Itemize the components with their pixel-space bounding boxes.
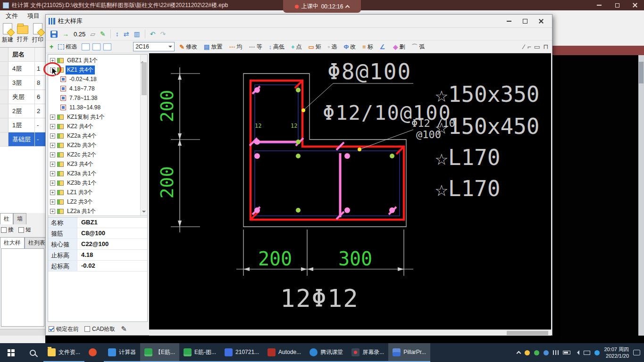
tool-place[interactable]: ▤放置 bbox=[202, 42, 224, 52]
start-button[interactable] bbox=[0, 343, 22, 362]
new-file-button[interactable]: 新建 bbox=[0, 21, 15, 46]
open-file-button[interactable]: 打开 bbox=[15, 21, 30, 46]
tool-point[interactable]: +点 bbox=[289, 42, 304, 52]
tab-column-detail[interactable]: 柱大样 bbox=[0, 237, 25, 248]
scale-value[interactable]: 0.25 bbox=[74, 31, 85, 38]
property-row[interactable]: 止标高4.18 bbox=[48, 250, 147, 261]
expand-toggle-icon[interactable]: + bbox=[50, 181, 55, 186]
left-scroll-strip[interactable] bbox=[0, 329, 45, 336]
tree-item[interactable]: 4.18~7.78 bbox=[48, 84, 147, 93]
expand-toggle-icon[interactable]: + bbox=[50, 171, 55, 176]
tool-height[interactable]: ↕高低 bbox=[267, 42, 286, 52]
expand-toggle-icon[interactable]: + bbox=[50, 209, 55, 214]
scrollbar-thumb[interactable] bbox=[507, 331, 548, 335]
expand-toggle-icon[interactable]: + bbox=[50, 190, 55, 195]
select-mode-icon[interactable] bbox=[82, 43, 90, 50]
tool-rect[interactable]: ▭矩 bbox=[306, 42, 323, 52]
minimize-button[interactable] bbox=[590, 0, 608, 10]
expand-toggle-icon[interactable]: + bbox=[50, 152, 55, 157]
scrollbar-thumb[interactable] bbox=[142, 62, 147, 95]
swap-icon[interactable]: ⇄ bbox=[124, 31, 129, 37]
tree-item[interactable]: +KZ3 共4个 bbox=[48, 159, 147, 169]
tree-item[interactable]: 7.78~11.38 bbox=[48, 93, 147, 103]
property-row[interactable]: 起标高-0.02 bbox=[48, 261, 147, 272]
redo-icon[interactable]: ↷ bbox=[160, 31, 166, 37]
brush-icon[interactable]: ✎ bbox=[100, 31, 106, 37]
tree-item[interactable]: +KZ3b 共1个 bbox=[48, 178, 147, 188]
tool-select[interactable]: ▫选 bbox=[326, 42, 339, 52]
expand-toggle-icon[interactable]: + bbox=[50, 199, 55, 205]
scroll-down-icon[interactable] bbox=[142, 211, 146, 214]
cad-canvas[interactable]: Φ8@100 Φ12/10@100 Φ12 /10 @100 ☆150x350 … bbox=[149, 53, 551, 329]
dialog-maximize-button[interactable] bbox=[517, 16, 533, 27]
scrollbar-thumb[interactable] bbox=[639, 62, 644, 83]
dialog-titlebar[interactable]: 柱大样库 bbox=[46, 15, 552, 28]
floor-row[interactable]: 1层 - bbox=[0, 118, 45, 132]
grid-icon[interactable]: ▥ bbox=[134, 31, 140, 37]
measure-icon[interactable]: ▱ bbox=[90, 31, 95, 37]
draw-line-icon[interactable]: ∕ bbox=[523, 43, 524, 50]
save-icon[interactable] bbox=[50, 31, 58, 38]
check-connect[interactable]: 接 bbox=[1, 226, 14, 234]
tool-equal[interactable]: ⋯等 bbox=[247, 42, 264, 52]
tray-app-icon[interactable] bbox=[534, 350, 539, 355]
tool-even[interactable]: ⋯均 bbox=[227, 42, 244, 52]
select-mode-icon[interactable] bbox=[103, 43, 111, 50]
taskbar-app-pillar[interactable]: PillarPr... bbox=[388, 343, 430, 362]
floor-row[interactable]: 4层 1 bbox=[0, 62, 45, 76]
tree-scrollbar[interactable] bbox=[140, 55, 147, 216]
close-button[interactable] bbox=[626, 0, 644, 10]
taskbar-app-ejin[interactable]: 【E筋... bbox=[140, 343, 179, 362]
undo-icon[interactable]: ↶ bbox=[150, 31, 156, 37]
sort-icon[interactable]: ↕ bbox=[116, 31, 119, 37]
tree-item[interactable]: -0.02~4.18 bbox=[48, 74, 147, 84]
draw-polygon-icon[interactable]: ⊓ bbox=[543, 43, 548, 50]
taskbar-app-explorer[interactable]: 文件资... bbox=[43, 343, 84, 362]
dialog-close-button[interactable] bbox=[533, 16, 549, 27]
tree-item[interactable]: +KZ2 共4个 bbox=[48, 122, 147, 131]
taskbar-app-video[interactable]: 210721... bbox=[220, 343, 263, 362]
taskbar-clock[interactable]: 20:07 周四 2022/1/20 bbox=[604, 346, 629, 359]
floor-row[interactable]: 2层 2 bbox=[0, 104, 45, 118]
property-row[interactable]: 箍筋C8@100 bbox=[48, 228, 147, 239]
tool-arc[interactable]: ⌒弧 bbox=[410, 42, 427, 52]
add-icon[interactable]: + bbox=[50, 43, 53, 50]
taskbar-app-recorder[interactable]: 屏幕录... bbox=[347, 343, 388, 362]
taskbar-app-calculator[interactable]: 计算器 bbox=[104, 343, 140, 362]
tool-delete[interactable]: ◈删 bbox=[391, 42, 407, 52]
canvas-horizontal-scrollbar[interactable] bbox=[149, 329, 551, 336]
tool-mark[interactable]: ≡标 bbox=[360, 42, 375, 52]
main-cad-canvas-bottom[interactable] bbox=[45, 336, 644, 343]
tray-expand-icon[interactable] bbox=[517, 351, 521, 356]
expand-toggle-icon[interactable]: + bbox=[50, 133, 55, 139]
checkbox-icon[interactable] bbox=[18, 227, 24, 233]
main-vertical-scrollbar[interactable] bbox=[638, 55, 644, 336]
taskbar-app-ejin-draw[interactable]: E筋-图... bbox=[179, 343, 220, 362]
microphone-icon[interactable] bbox=[544, 350, 549, 355]
tree-item[interactable]: +LZ2 共3个 bbox=[48, 197, 147, 206]
tree-item[interactable]: +KZ2b 共3个 bbox=[48, 140, 147, 150]
tree-item[interactable]: +KZ1复制 共1个 bbox=[48, 112, 147, 122]
tool-angle[interactable]: ∠ bbox=[378, 43, 389, 51]
tab-column[interactable]: 柱 bbox=[0, 213, 13, 224]
tree-item[interactable]: +LZ1 共3个 bbox=[48, 188, 147, 197]
rebar-spec-combobox[interactable]: 2C16 bbox=[133, 42, 175, 51]
expand-toggle-icon[interactable]: + bbox=[50, 115, 55, 120]
network-icon[interactable] bbox=[553, 350, 559, 355]
expand-toggle-icon[interactable]: + bbox=[50, 143, 55, 148]
tree-item[interactable]: +GBZ1 共1个 bbox=[48, 56, 147, 65]
dialog-minimize-button[interactable] bbox=[501, 16, 517, 27]
floor-row[interactable]: 夹层 6 bbox=[0, 90, 45, 104]
tree-item-selected[interactable]: -KZ1 共4个 bbox=[48, 65, 147, 74]
checkbox-icon[interactable] bbox=[84, 326, 90, 332]
checkbox-checked-icon[interactable] bbox=[49, 326, 54, 332]
taskbar-app-autocad[interactable]: Autode... bbox=[263, 343, 305, 362]
maximize-button[interactable] bbox=[608, 0, 626, 10]
tab-wall[interactable]: 墙 bbox=[13, 213, 26, 224]
battery-icon[interactable] bbox=[563, 351, 570, 354]
floor-row-selected[interactable]: 基础层 - bbox=[0, 132, 45, 147]
check-short[interactable]: 短 bbox=[18, 226, 31, 234]
speaker-icon[interactable] bbox=[575, 350, 579, 355]
tree-item[interactable]: 11.38~14.98 bbox=[48, 103, 147, 112]
property-row[interactable]: 名称GBZ1 bbox=[48, 217, 147, 228]
